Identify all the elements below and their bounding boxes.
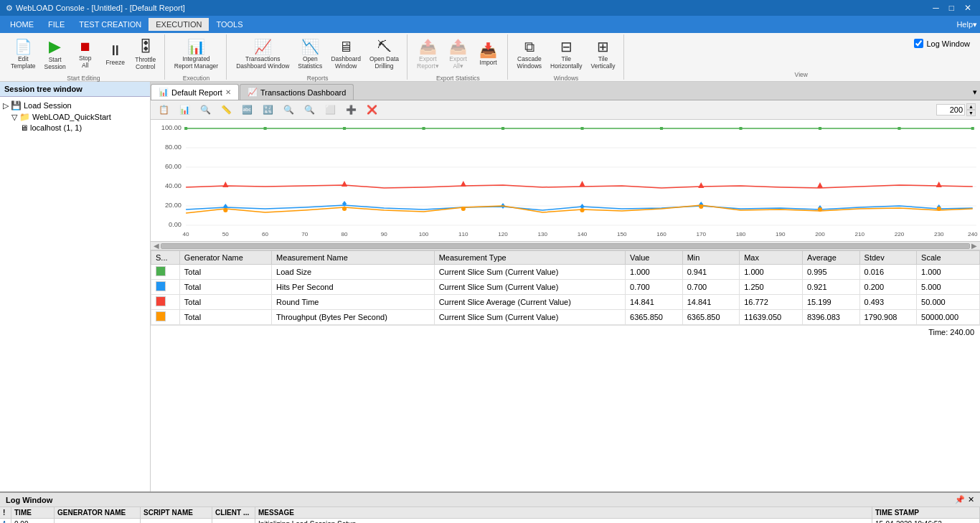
svg-text:160: 160: [656, 231, 666, 237]
log-close-btn[interactable]: ✕: [968, 495, 974, 504]
report-copy-btn[interactable]: 📋: [155, 103, 173, 117]
tab-transactions-dashboard[interactable]: 📈 Transactions Dashboard: [240, 84, 354, 100]
report-text-btn[interactable]: 🔤: [238, 103, 256, 117]
row2-value: 0.700: [626, 280, 683, 295]
report-zoomin-btn[interactable]: 🔍: [280, 103, 298, 117]
dashboard-window-button[interactable]: 🖥 DashboardWindow: [327, 36, 364, 73]
svg-text:50: 50: [222, 231, 230, 237]
toolbar-section-reports: 📈 TransactionsDashboard Window 📉 OpenSta…: [228, 34, 407, 80]
integrated-report-manager-button[interactable]: 📊 IntegratedReport Manager: [171, 36, 222, 73]
tab-trans-icon: 📈: [248, 88, 258, 97]
svg-marker-49: [817, 182, 823, 188]
col-measurement: Measurement Name: [272, 251, 435, 265]
svg-point-63: [818, 207, 822, 212]
chart-scrollbar[interactable]: ◀ ▶: [151, 241, 980, 250]
edit-template-button[interactable]: 📄 EditTemplate: [7, 36, 39, 73]
freeze-button[interactable]: ⏸ Freeze: [101, 36, 130, 73]
report-add-btn[interactable]: ➕: [342, 103, 360, 117]
cascade-windows-button[interactable]: ⧉ CascadeWindows: [514, 36, 545, 73]
report-remove-btn[interactable]: ❌: [363, 103, 381, 117]
tab-default-report[interactable]: 📊 Default Report ✕: [151, 84, 239, 100]
col-min: Min: [682, 251, 740, 265]
svg-marker-46: [461, 181, 466, 187]
transactions-dashboard-button[interactable]: 📈 TransactionsDashboard Window: [232, 36, 293, 73]
close-button[interactable]: ✕: [961, 3, 974, 13]
scroll-right-arrow[interactable]: ▶: [970, 242, 979, 250]
log-window: Log Window 📌 ✕ ! TIME GENERATOR NAME SCR…: [0, 491, 980, 523]
row3-scale: 50.000: [917, 295, 980, 310]
main-layout: Session tree window ▷ 💾 Load Session ▽ 📁…: [0, 82, 980, 491]
row4-max: 11639.050: [740, 310, 803, 325]
zoom-down-btn[interactable]: ▼: [966, 110, 976, 116]
row4-generator: Total: [179, 310, 271, 325]
log-row1-message: Initializing Load Session Setup: [255, 519, 872, 523]
svg-marker-47: [579, 181, 585, 187]
zoom-up-btn[interactable]: ▲: [966, 103, 976, 110]
report-toolbar: 📋 📊 🔍 📏 🔤 🔣 🔍 🔍 ⬜ ➕ ❌ ▲ ▼: [151, 100, 980, 120]
start-session-button[interactable]: ▶ StartSession: [41, 36, 70, 73]
svg-text:70: 70: [301, 231, 308, 237]
log-row: ℹ 0.00 Initializing Load Session Setup 1…: [0, 519, 980, 523]
svg-point-59: [342, 207, 347, 211]
open-data-drilling-button[interactable]: ⛏ Open DataDrilling: [366, 36, 402, 73]
report-zoomout-btn[interactable]: 🔍: [301, 103, 319, 117]
minimize-button[interactable]: ─: [930, 3, 942, 13]
log-pin-btn[interactable]: 📌: [955, 495, 965, 504]
tab-dropdown-arrow[interactable]: ▾: [970, 85, 980, 100]
toolbar-section-start-editing: 📄 EditTemplate ▶ StartSession ⏹ StopAll …: [3, 34, 165, 80]
export-report-icon: 📤: [419, 39, 437, 54]
report-measure-btn[interactable]: 📏: [217, 103, 235, 117]
scrollbar-track[interactable]: [161, 243, 970, 249]
import-button[interactable]: 📥 Import: [474, 36, 503, 73]
tile-horizontally-button[interactable]: ⊟ TileHorizontally: [547, 36, 585, 73]
tree-item-load-session[interactable]: ▷ 💾 Load Session: [3, 100, 147, 111]
scroll-left-arrow[interactable]: ◀: [152, 242, 161, 250]
help-menu[interactable]: Help▾: [956, 20, 977, 29]
svg-text:130: 130: [537, 231, 547, 237]
menu-home[interactable]: HOME: [3, 18, 41, 31]
export-all-button[interactable]: 📤 ExportAll▾: [444, 36, 473, 73]
tile-h-icon: ⊟: [560, 39, 573, 54]
menu-tools[interactable]: TOOLS: [209, 18, 250, 31]
menu-file[interactable]: FILE: [41, 18, 72, 31]
svg-text:0.00: 0.00: [169, 221, 182, 228]
log-window-checkbox[interactable]: [914, 39, 923, 48]
tab-report-close[interactable]: ✕: [225, 88, 231, 96]
table-row: Total Hits Per Second Current Slice Sum …: [151, 280, 980, 295]
svg-rect-38: [580, 127, 583, 130]
row2-generator: Total: [179, 280, 271, 295]
row1-color: [151, 265, 180, 280]
menu-execution[interactable]: EXECUTION: [149, 18, 209, 31]
report-chart-btn[interactable]: 📊: [176, 103, 194, 117]
zoom-input[interactable]: [936, 104, 965, 116]
log-body: ℹ 0.00 Initializing Load Session Setup 1…: [0, 519, 980, 523]
tab-report-label: Default Report: [171, 88, 222, 97]
execution-label: Execution: [183, 73, 209, 82]
export-all-icon: 📤: [449, 39, 467, 54]
title-bar-controls: ─ □ ✕: [930, 3, 974, 13]
table-row: Total Round Time Current Slice Average (…: [151, 295, 980, 310]
row2-color: [151, 280, 180, 295]
report-symbol-btn[interactable]: 🔣: [259, 103, 277, 117]
export-report-button[interactable]: 📤 ExportReport▾: [413, 36, 443, 73]
menu-test-creation[interactable]: TEST CREATION: [72, 18, 149, 31]
open-statistics-button[interactable]: 📉 OpenStatistics: [294, 36, 326, 73]
tree-item-quickstart[interactable]: ▽ 📁 WebLOAD_QuickStart: [3, 111, 147, 123]
scrollbar-thumb[interactable]: [161, 244, 969, 248]
log-col-generator: GENERATOR NAME: [55, 507, 141, 518]
tree-item-localhost[interactable]: 🖥 localhost (1, 1): [3, 123, 147, 133]
title-bar-title: WebLOAD Console - [Untitled] - [Default …: [16, 4, 185, 12]
stop-all-button[interactable]: ⏹ StopAll: [71, 36, 100, 73]
row1-measurement: Load Size: [272, 265, 435, 280]
svg-text:40: 40: [183, 231, 190, 237]
svg-rect-36: [423, 127, 425, 130]
row3-stdev: 0.493: [859, 295, 917, 310]
report-search-btn[interactable]: 🔍: [197, 103, 215, 117]
start-editing-label: Start Editing: [67, 73, 100, 82]
svg-text:20.00: 20.00: [165, 202, 182, 209]
throttle-control-button[interactable]: 🎛 ThrottleControl: [131, 36, 160, 73]
tile-vertically-button[interactable]: ⊞ TileVertically: [588, 36, 619, 73]
maximize-button[interactable]: □: [946, 3, 957, 13]
toolbar-section-export: 📤 ExportReport▾ 📤 ExportAll▾ 📥 Import Ex…: [409, 34, 508, 80]
report-reset-btn[interactable]: ⬜: [321, 103, 339, 117]
